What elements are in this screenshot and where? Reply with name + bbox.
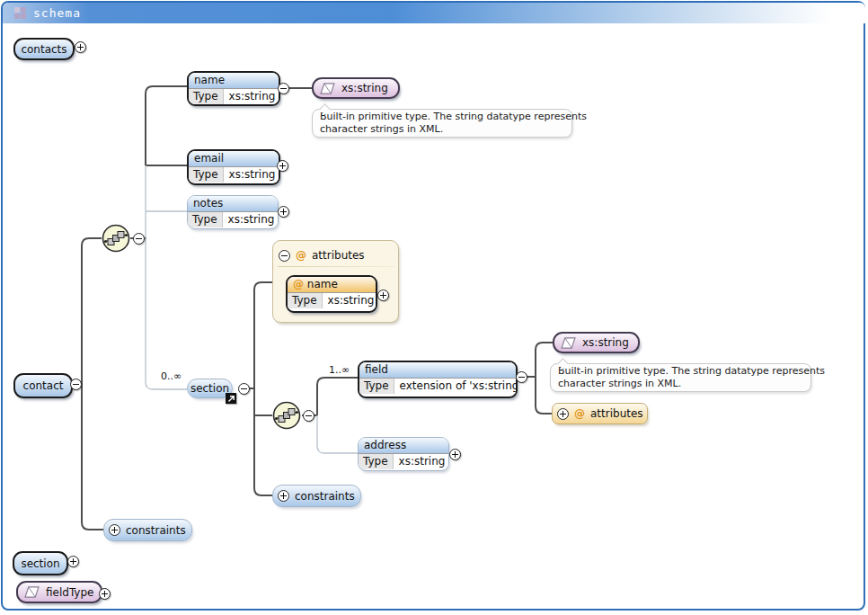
type-label: Type: [359, 454, 394, 469]
global-simple-type-fieldType[interactable]: fieldType: [16, 581, 102, 603]
global-element-contacts[interactable]: contacts: [13, 38, 75, 60]
sequence-icon[interactable]: [102, 224, 130, 255]
attributes-group-label: attributes: [312, 249, 365, 262]
expand-icon[interactable]: [557, 408, 569, 420]
element-label: contacts: [21, 43, 66, 56]
simple-type-label: fieldType: [46, 586, 93, 599]
expand-icon[interactable]: [109, 524, 120, 536]
type-value: xs:string: [223, 212, 279, 227]
collapse-icon[interactable]: [278, 83, 289, 94]
type-label: Type: [189, 167, 224, 183]
collapse-icon[interactable]: [279, 250, 290, 262]
type-value: xs:string: [394, 454, 449, 469]
element-node-field[interactable]: field Type extension of 'xs:string': [358, 361, 518, 398]
parallelogram-icon: [320, 83, 335, 94]
annotation-line: Built-in primitive type. The string data…: [320, 111, 564, 123]
element-label: contact: [23, 379, 64, 392]
element-label: email: [189, 151, 279, 166]
element-node-name[interactable]: name Type xs:string: [187, 71, 280, 106]
annotation-line: character strings in XML.: [558, 378, 803, 390]
expand-icon[interactable]: [99, 588, 111, 600]
expand-icon[interactable]: [277, 160, 288, 172]
element-label: field: [359, 362, 516, 378]
element-node-address[interactable]: address Type xs:string: [358, 437, 449, 471]
at-sign: @: [574, 407, 585, 420]
element-label: notes: [188, 196, 278, 211]
occurrence-label: 1..∞: [329, 364, 350, 376]
global-element-section[interactable]: section: [13, 551, 68, 575]
type-label: Type: [359, 379, 394, 394]
element-node-notes[interactable]: notes Type xs:string: [187, 195, 279, 229]
annotation-box: Built-in primitive type. The string data…: [550, 363, 811, 392]
element-label: section: [21, 557, 59, 570]
parallelogram-icon: [24, 586, 40, 598]
simple-type-xs-string[interactable]: xs:string: [312, 77, 400, 99]
at-sign: @: [296, 249, 306, 262]
expand-icon[interactable]: [278, 206, 289, 218]
reference-arrow-icon: [226, 393, 236, 404]
collapse-icon[interactable]: [70, 379, 82, 390]
element-label: constraints: [126, 524, 186, 537]
element-node-email[interactable]: email Type xs:string: [187, 149, 280, 185]
separator: [278, 266, 394, 267]
expand-icon[interactable]: [278, 490, 289, 502]
element-label: address: [359, 438, 448, 453]
occurrence-label: 0..∞: [161, 370, 182, 382]
element-label: constraints: [295, 490, 355, 503]
attribute-label: @ name: [288, 277, 376, 292]
type-value: xs:string: [224, 89, 280, 104]
type-label: Type: [189, 89, 224, 104]
simple-type-label: xs:string: [582, 336, 629, 349]
expand-icon[interactable]: [449, 449, 461, 460]
type-value: xs:string: [224, 167, 280, 183]
type-label: Type: [188, 212, 223, 227]
annotation-box: Built-in primitive type. The string data…: [312, 109, 572, 138]
element-node-constraints[interactable]: constraints: [272, 485, 361, 507]
annotation-line: character strings in XML.: [320, 123, 564, 136]
annotation-line: Built-in primitive type. The string data…: [558, 365, 803, 378]
simple-type-label: xs:string: [341, 82, 388, 94]
collapse-icon[interactable]: [516, 371, 527, 383]
expand-icon[interactable]: [67, 556, 79, 567]
element-node-constraints[interactable]: constraints: [103, 519, 192, 541]
schema-diagram-window: schema: [0, 0, 868, 615]
attributes-group-collapsed[interactable]: @ attributes: [552, 403, 648, 424]
type-value: xs:string: [323, 293, 377, 308]
sequence-icon[interactable]: [272, 401, 301, 432]
attributes-group-label: attributes: [590, 407, 643, 420]
collapse-icon[interactable]: [303, 410, 314, 422]
element-label: name: [189, 73, 279, 88]
attribute-node-name[interactable]: @ name Type xs:string: [286, 275, 377, 313]
collapse-icon[interactable]: [133, 233, 145, 245]
parallelogram-icon: [561, 337, 576, 349]
type-label: Type: [288, 293, 323, 308]
type-value: extension of 'xs:string': [394, 379, 518, 394]
element-label: section: [190, 382, 229, 395]
collapse-icon[interactable]: [238, 383, 250, 395]
simple-type-xs-string[interactable]: xs:string: [553, 332, 640, 353]
global-element-contact[interactable]: contact: [13, 373, 73, 398]
expand-icon[interactable]: [75, 41, 86, 53]
expand-icon[interactable]: [377, 290, 389, 301]
